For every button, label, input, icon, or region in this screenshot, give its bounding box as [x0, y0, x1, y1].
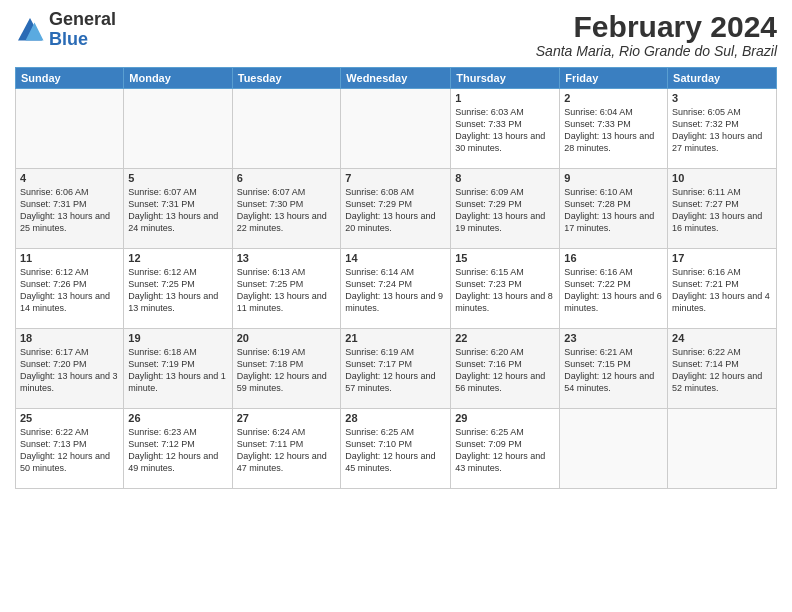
calendar-cell: 7Sunrise: 6:08 AM Sunset: 7:29 PM Daylig…	[341, 169, 451, 249]
calendar-cell: 3Sunrise: 6:05 AM Sunset: 7:32 PM Daylig…	[668, 89, 777, 169]
day-info: Sunrise: 6:18 AM Sunset: 7:19 PM Dayligh…	[128, 346, 227, 395]
day-number: 1	[455, 92, 555, 104]
weekday-header-thursday: Thursday	[451, 68, 560, 89]
logo-icon	[15, 15, 45, 45]
day-info: Sunrise: 6:22 AM Sunset: 7:14 PM Dayligh…	[672, 346, 772, 395]
calendar-cell: 16Sunrise: 6:16 AM Sunset: 7:22 PM Dayli…	[560, 249, 668, 329]
logo-blue: Blue	[49, 29, 88, 49]
day-number: 28	[345, 412, 446, 424]
calendar-cell: 12Sunrise: 6:12 AM Sunset: 7:25 PM Dayli…	[124, 249, 232, 329]
day-info: Sunrise: 6:13 AM Sunset: 7:25 PM Dayligh…	[237, 266, 337, 315]
calendar-cell: 23Sunrise: 6:21 AM Sunset: 7:15 PM Dayli…	[560, 329, 668, 409]
day-number: 4	[20, 172, 119, 184]
day-number: 22	[455, 332, 555, 344]
day-info: Sunrise: 6:10 AM Sunset: 7:28 PM Dayligh…	[564, 186, 663, 235]
weekday-header-tuesday: Tuesday	[232, 68, 341, 89]
calendar-cell: 9Sunrise: 6:10 AM Sunset: 7:28 PM Daylig…	[560, 169, 668, 249]
day-number: 5	[128, 172, 227, 184]
day-info: Sunrise: 6:06 AM Sunset: 7:31 PM Dayligh…	[20, 186, 119, 235]
day-number: 9	[564, 172, 663, 184]
calendar-cell: 13Sunrise: 6:13 AM Sunset: 7:25 PM Dayli…	[232, 249, 341, 329]
calendar-cell: 25Sunrise: 6:22 AM Sunset: 7:13 PM Dayli…	[16, 409, 124, 489]
day-info: Sunrise: 6:14 AM Sunset: 7:24 PM Dayligh…	[345, 266, 446, 315]
day-number: 15	[455, 252, 555, 264]
day-info: Sunrise: 6:05 AM Sunset: 7:32 PM Dayligh…	[672, 106, 772, 155]
calendar-cell: 20Sunrise: 6:19 AM Sunset: 7:18 PM Dayli…	[232, 329, 341, 409]
day-info: Sunrise: 6:08 AM Sunset: 7:29 PM Dayligh…	[345, 186, 446, 235]
day-number: 14	[345, 252, 446, 264]
day-number: 13	[237, 252, 337, 264]
calendar-cell: 15Sunrise: 6:15 AM Sunset: 7:23 PM Dayli…	[451, 249, 560, 329]
calendar-cell: 26Sunrise: 6:23 AM Sunset: 7:12 PM Dayli…	[124, 409, 232, 489]
calendar-week-1: 4Sunrise: 6:06 AM Sunset: 7:31 PM Daylig…	[16, 169, 777, 249]
day-info: Sunrise: 6:22 AM Sunset: 7:13 PM Dayligh…	[20, 426, 119, 475]
day-info: Sunrise: 6:09 AM Sunset: 7:29 PM Dayligh…	[455, 186, 555, 235]
calendar-cell: 27Sunrise: 6:24 AM Sunset: 7:11 PM Dayli…	[232, 409, 341, 489]
calendar-cell	[668, 409, 777, 489]
weekday-header-monday: Monday	[124, 68, 232, 89]
day-number: 24	[672, 332, 772, 344]
day-info: Sunrise: 6:12 AM Sunset: 7:26 PM Dayligh…	[20, 266, 119, 315]
day-info: Sunrise: 6:25 AM Sunset: 7:09 PM Dayligh…	[455, 426, 555, 475]
day-info: Sunrise: 6:16 AM Sunset: 7:22 PM Dayligh…	[564, 266, 663, 315]
calendar-cell: 28Sunrise: 6:25 AM Sunset: 7:10 PM Dayli…	[341, 409, 451, 489]
logo: General Blue	[15, 10, 116, 50]
calendar-cell: 5Sunrise: 6:07 AM Sunset: 7:31 PM Daylig…	[124, 169, 232, 249]
location-subtitle: Santa Maria, Rio Grande do Sul, Brazil	[536, 43, 777, 59]
calendar-cell	[341, 89, 451, 169]
day-number: 12	[128, 252, 227, 264]
day-info: Sunrise: 6:19 AM Sunset: 7:18 PM Dayligh…	[237, 346, 337, 395]
calendar-cell	[232, 89, 341, 169]
calendar-cell	[560, 409, 668, 489]
weekday-header-saturday: Saturday	[668, 68, 777, 89]
day-number: 2	[564, 92, 663, 104]
weekday-header-wednesday: Wednesday	[341, 68, 451, 89]
day-number: 21	[345, 332, 446, 344]
calendar-cell: 17Sunrise: 6:16 AM Sunset: 7:21 PM Dayli…	[668, 249, 777, 329]
day-info: Sunrise: 6:16 AM Sunset: 7:21 PM Dayligh…	[672, 266, 772, 315]
day-info: Sunrise: 6:23 AM Sunset: 7:12 PM Dayligh…	[128, 426, 227, 475]
calendar-cell: 22Sunrise: 6:20 AM Sunset: 7:16 PM Dayli…	[451, 329, 560, 409]
day-number: 10	[672, 172, 772, 184]
weekday-header-row: SundayMondayTuesdayWednesdayThursdayFrid…	[16, 68, 777, 89]
calendar-table: SundayMondayTuesdayWednesdayThursdayFrid…	[15, 67, 777, 489]
title-section: February 2024 Santa Maria, Rio Grande do…	[536, 10, 777, 59]
day-info: Sunrise: 6:15 AM Sunset: 7:23 PM Dayligh…	[455, 266, 555, 315]
day-number: 8	[455, 172, 555, 184]
day-info: Sunrise: 6:07 AM Sunset: 7:30 PM Dayligh…	[237, 186, 337, 235]
day-number: 17	[672, 252, 772, 264]
calendar-cell: 10Sunrise: 6:11 AM Sunset: 7:27 PM Dayli…	[668, 169, 777, 249]
logo-text: General Blue	[49, 10, 116, 50]
day-number: 20	[237, 332, 337, 344]
day-number: 16	[564, 252, 663, 264]
calendar-cell: 2Sunrise: 6:04 AM Sunset: 7:33 PM Daylig…	[560, 89, 668, 169]
calendar-cell: 29Sunrise: 6:25 AM Sunset: 7:09 PM Dayli…	[451, 409, 560, 489]
page-header: General Blue February 2024 Santa Maria, …	[15, 10, 777, 59]
day-number: 23	[564, 332, 663, 344]
day-number: 6	[237, 172, 337, 184]
calendar-cell: 6Sunrise: 6:07 AM Sunset: 7:30 PM Daylig…	[232, 169, 341, 249]
day-info: Sunrise: 6:07 AM Sunset: 7:31 PM Dayligh…	[128, 186, 227, 235]
calendar-cell	[16, 89, 124, 169]
day-info: Sunrise: 6:20 AM Sunset: 7:16 PM Dayligh…	[455, 346, 555, 395]
weekday-header-friday: Friday	[560, 68, 668, 89]
day-info: Sunrise: 6:04 AM Sunset: 7:33 PM Dayligh…	[564, 106, 663, 155]
calendar-cell: 1Sunrise: 6:03 AM Sunset: 7:33 PM Daylig…	[451, 89, 560, 169]
day-number: 26	[128, 412, 227, 424]
calendar-cell: 4Sunrise: 6:06 AM Sunset: 7:31 PM Daylig…	[16, 169, 124, 249]
day-info: Sunrise: 6:21 AM Sunset: 7:15 PM Dayligh…	[564, 346, 663, 395]
day-number: 27	[237, 412, 337, 424]
calendar-cell: 14Sunrise: 6:14 AM Sunset: 7:24 PM Dayli…	[341, 249, 451, 329]
calendar-week-4: 25Sunrise: 6:22 AM Sunset: 7:13 PM Dayli…	[16, 409, 777, 489]
day-info: Sunrise: 6:17 AM Sunset: 7:20 PM Dayligh…	[20, 346, 119, 395]
calendar-cell: 21Sunrise: 6:19 AM Sunset: 7:17 PM Dayli…	[341, 329, 451, 409]
day-info: Sunrise: 6:24 AM Sunset: 7:11 PM Dayligh…	[237, 426, 337, 475]
weekday-header-sunday: Sunday	[16, 68, 124, 89]
calendar-week-0: 1Sunrise: 6:03 AM Sunset: 7:33 PM Daylig…	[16, 89, 777, 169]
day-info: Sunrise: 6:25 AM Sunset: 7:10 PM Dayligh…	[345, 426, 446, 475]
day-number: 25	[20, 412, 119, 424]
day-number: 3	[672, 92, 772, 104]
day-info: Sunrise: 6:03 AM Sunset: 7:33 PM Dayligh…	[455, 106, 555, 155]
calendar-cell: 8Sunrise: 6:09 AM Sunset: 7:29 PM Daylig…	[451, 169, 560, 249]
day-number: 11	[20, 252, 119, 264]
